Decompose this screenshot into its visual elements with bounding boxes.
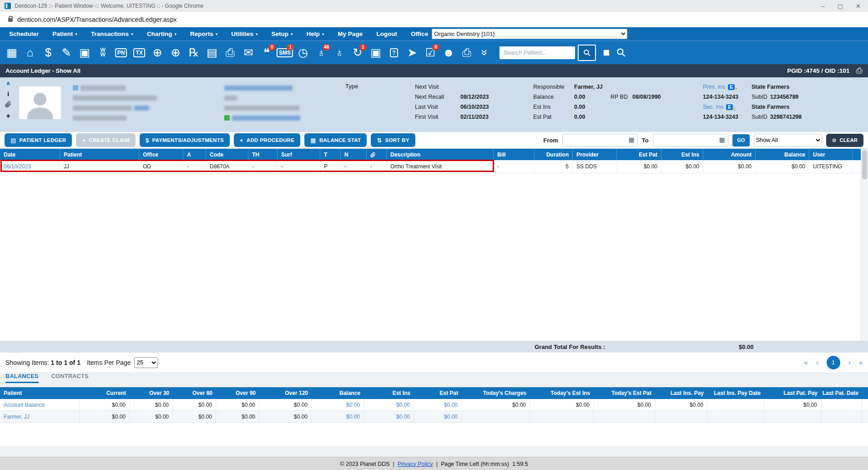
patient-avatar [19, 86, 61, 119]
office-label: Office [411, 30, 428, 37]
from-date-input[interactable] [562, 134, 638, 147]
search-filter-checkbox[interactable] [603, 50, 610, 56]
add-family-icon[interactable]: ⊕ [167, 44, 184, 61]
balances-row-account[interactable]: Account Balance $0.00 $0.00 $0.00 $0.00 … [0, 399, 868, 411]
printer-icon[interactable]: ⎙ [459, 44, 475, 61]
collapse-panel-icon[interactable]: ∧ [6, 80, 11, 86]
patient-search-button[interactable]: ⚲ [578, 45, 596, 61]
caret-icon: ▾ [216, 32, 218, 36]
menu-setup[interactable]: Setup▾ [272, 30, 293, 37]
people-search-icon[interactable]: ⚲ [613, 44, 629, 61]
patient-ledger-button[interactable]: ▤PATIENT LEDGER [5, 133, 72, 147]
page-title: Account Ledger - Show All [5, 67, 787, 74]
maximize-button[interactable]: ▢ [838, 3, 843, 10]
sec-ins-link[interactable]: Sec. Ins [703, 104, 723, 110]
eclaim-icon[interactable]: E? [728, 84, 735, 90]
add-icon[interactable]: + [6, 113, 10, 119]
balances-row-patient[interactable]: Farmer, JJ $0.00 $0.00 $0.00 $0.00 $0.00… [0, 411, 868, 423]
web-pointer-icon[interactable]: ➤ [404, 44, 420, 61]
paging-bar: Showing Items: 1 to 1 of 1 Items Per Pag… [0, 353, 868, 372]
create-claim-button[interactable]: +CREATE CLAIM [76, 133, 136, 147]
email-status-icon [224, 115, 230, 121]
page-url[interactable]: denticon.com/ASPX/Transactions/AdvancedL… [17, 16, 177, 23]
clear-button[interactable]: ⊘CLEAR [826, 134, 863, 147]
tab-contracts[interactable]: CONTRACTS [51, 373, 89, 382]
patient-search-input[interactable] [500, 46, 575, 59]
to-date-input[interactable] [653, 134, 728, 147]
home-icon[interactable]: ⌂ [22, 44, 38, 61]
dollar-icon[interactable]: $ [40, 44, 56, 61]
prescription-icon[interactable]: ℞ [186, 44, 202, 61]
eclaim-icon[interactable]: E? [726, 104, 733, 110]
app-icon [5, 3, 11, 9]
claims-check-icon[interactable]: ☑0 [422, 44, 439, 61]
menu-my-page[interactable]: My Page [338, 30, 363, 37]
transaction-date-link[interactable]: 06/10/2023 [4, 163, 31, 170]
add-patient-icon[interactable]: ⊕ [149, 44, 166, 61]
tooth-chart-icon[interactable]: ▣ [76, 44, 93, 61]
go-button[interactable]: GO [732, 134, 750, 147]
payments-adjustments-button[interactable]: $PAYMENTS/ADJUSTMENTS [140, 133, 230, 147]
paperclip-icon[interactable] [5, 101, 11, 109]
items-per-page-select[interactable]: 25 [134, 357, 158, 368]
globe-patient-icon[interactable]: ♁48 [313, 44, 329, 61]
last-page-button[interactable]: » [859, 359, 863, 366]
minimize-button[interactable]: – [822, 3, 825, 10]
current-page-button[interactable]: 1 [827, 356, 840, 369]
patient-refresh-icon[interactable]: ↻1 [349, 44, 366, 61]
menu-reports[interactable]: Reports▾ [190, 30, 218, 37]
tooth-question-icon[interactable]: ? [386, 44, 402, 61]
mail-icon[interactable]: ✉ [240, 44, 257, 61]
show-all-select[interactable]: Show All [754, 134, 822, 147]
add-procedure-button[interactable]: +ADD PROCEDURE [234, 133, 300, 147]
chat-icon[interactable]: ❝0 [258, 44, 275, 61]
print-page-icon[interactable]: ⎙ [856, 66, 863, 76]
office-select[interactable]: Organic Dentistry [101] [432, 29, 627, 39]
staff-icon[interactable]: ☻ [440, 44, 457, 61]
patient-balance-link[interactable]: Farmer, JJ [4, 414, 30, 420]
privacy-policy-link[interactable]: Privacy Policy [398, 461, 433, 467]
progress-notes-icon[interactable]: PN [113, 44, 129, 61]
prim-ins-link[interactable]: Prim. Ins [703, 84, 725, 90]
prev-page-button[interactable]: ‹ [816, 359, 818, 366]
scrollbar-thumb[interactable] [862, 150, 867, 179]
perio-chart-icon[interactable]: ʬ [95, 44, 111, 61]
documents-icon[interactable]: ▤ [204, 44, 220, 61]
charting-icon[interactable]: ✎ [58, 44, 75, 61]
patient-identity-redacted [73, 83, 157, 123]
sort-by-button[interactable]: ⇅SORT BY [371, 133, 415, 147]
menu-utilities[interactable]: Utilities▾ [231, 30, 257, 37]
menu-transactions[interactable]: Transactions▾ [91, 30, 133, 37]
menu-help[interactable]: Help▾ [307, 30, 324, 37]
first-page-button[interactable]: « [804, 359, 807, 366]
calendar-icon[interactable]: ▦ [4, 44, 20, 61]
caret-icon: ▾ [256, 32, 258, 36]
clock-icon[interactable]: ◷ [295, 44, 311, 61]
sms-icon[interactable]: SMS1 [277, 44, 293, 61]
ledger-row-selected[interactable]: 06/10/2023 JJ OD - D8670A - - P - - Orth… [0, 160, 868, 173]
tooth-icon[interactable]: ▣ [368, 44, 384, 61]
balance-stat-button[interactable]: ▦BALANCE STAT [304, 133, 367, 147]
next-page-button[interactable]: › [848, 359, 851, 366]
globe-person-icon[interactable]: ♁ [331, 44, 348, 61]
scan-document-icon[interactable]: ⎙ [222, 44, 238, 61]
calendar-icon[interactable]: ▦ [719, 136, 725, 143]
menu-scheduler[interactable]: Scheduler [9, 30, 39, 37]
close-button[interactable]: ✕ [856, 3, 861, 10]
sec-carrier: State Farmers [752, 104, 789, 110]
lock-icon[interactable] [8, 18, 13, 22]
info-icon[interactable]: i [7, 91, 9, 97]
menu-patient[interactable]: Patient▾ [52, 30, 77, 37]
address-bar[interactable]: denticon.com/ASPX/Transactions/AdvancedL… [0, 12, 868, 27]
refresh-badge: 1 [359, 44, 367, 51]
treatment-plan-icon[interactable]: TX [131, 44, 147, 61]
tab-balances[interactable]: BALANCES [5, 373, 39, 383]
patient-flag-icon [73, 85, 78, 91]
calendar-icon[interactable]: ▦ [629, 136, 635, 143]
menu-logout[interactable]: Logout [376, 30, 397, 37]
menu-charting[interactable]: Charting▾ [147, 30, 177, 37]
collapse-icon[interactable]: » [477, 44, 493, 61]
table-scrollbar[interactable] [861, 149, 868, 341]
sort-icon: ⇅ [377, 137, 382, 144]
account-balance-link[interactable]: Account Balance [4, 402, 45, 408]
